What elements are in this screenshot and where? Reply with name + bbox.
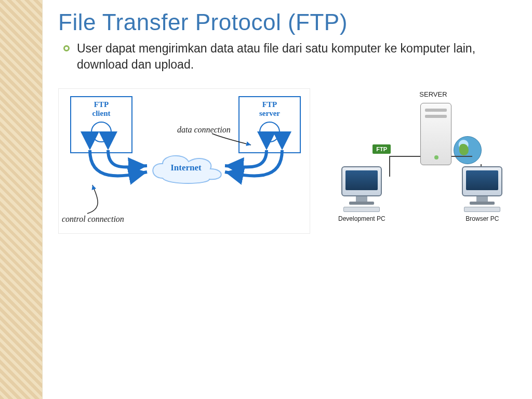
connection-arrows xyxy=(59,89,313,234)
monitor-icon xyxy=(341,166,382,196)
ftp-connection-diagram: FTPclient FTPserver Internet data connec… xyxy=(58,88,310,234)
ftp-topology-diagram: SERVER FTP Development PC Browser PC xyxy=(331,88,511,223)
slide-side-pattern xyxy=(0,0,43,399)
server-tower-icon xyxy=(420,103,451,165)
browser-pc: Browser PC xyxy=(454,166,511,222)
development-pc-label: Development PC xyxy=(333,215,390,222)
diagram-row: FTPclient FTPserver Internet data connec… xyxy=(58,88,511,234)
slide-title: File Transfer Protocol (FTP) xyxy=(58,9,511,35)
bullet-item: User dapat mengirimkan data atau file da… xyxy=(58,41,511,73)
browser-pc-label: Browser PC xyxy=(454,215,511,222)
globe-icon xyxy=(454,136,482,164)
link-line xyxy=(389,156,420,157)
server-label: SERVER xyxy=(419,90,447,98)
slide-content: File Transfer Protocol (FTP) User dapat … xyxy=(43,0,532,399)
bullet-icon xyxy=(63,45,70,51)
bullet-text: User dapat mengirimkan data atau file da… xyxy=(77,41,511,73)
ftp-badge: FTP xyxy=(373,144,391,154)
link-line xyxy=(451,156,472,157)
development-pc: Development PC xyxy=(333,166,390,222)
monitor-icon xyxy=(462,166,502,196)
